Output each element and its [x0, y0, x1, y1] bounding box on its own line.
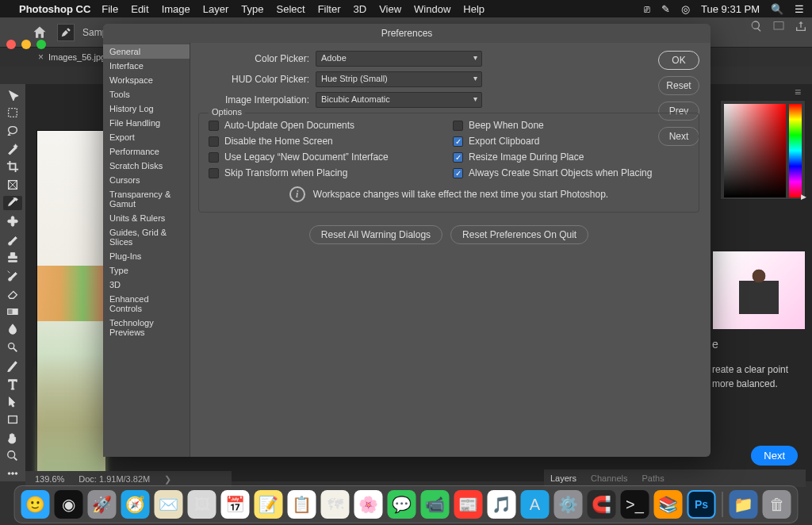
prefs-side-performance[interactable]: Performance [103, 144, 190, 159]
menu-3d[interactable]: 3D [354, 3, 367, 15]
dock-appstore[interactable]: A [521, 490, 550, 519]
hue-slider[interactable] [789, 104, 802, 197]
zoom-level[interactable]: 139.6% [35, 474, 64, 484]
doc-info[interactable]: Doc: 1.91M/3.82M [79, 474, 150, 484]
dock-books[interactable]: 📚 [654, 490, 683, 519]
check-smart-objs[interactable]: ✓Always Create Smart Objects when Placin… [453, 167, 689, 178]
menu-layer[interactable]: Layer [203, 3, 229, 15]
checkbox-icon[interactable] [209, 152, 219, 163]
dock-messages[interactable]: 💬 [388, 490, 416, 519]
checkbox-icon[interactable]: ✓ [453, 152, 463, 163]
dock-siri[interactable]: ◉ [55, 490, 83, 519]
tool-more[interactable] [3, 466, 22, 481]
checkbox-icon[interactable] [209, 121, 219, 131]
menu-image[interactable]: Image [162, 3, 190, 15]
menubar-clock[interactable]: Tue 9:31 PM [701, 3, 760, 15]
reset-warnings-button[interactable]: Reset All Warning Dialogs [309, 225, 442, 244]
tool-dodge[interactable] [3, 340, 22, 355]
prefs-side-technology-previews[interactable]: Technology Previews [103, 316, 190, 339]
image-interpolation-select[interactable]: Bicubic Automatic [316, 92, 482, 108]
check-skip-transform[interactable]: Skip Transform when Placing [209, 167, 445, 178]
tool-heal[interactable] [3, 213, 22, 228]
prefs-side-tools[interactable]: Tools [103, 87, 190, 102]
window-minimize-button[interactable] [21, 40, 31, 49]
menu-filter[interactable]: Filter [318, 3, 341, 15]
hud-color-picker-select[interactable]: Hue Strip (Small) [316, 71, 482, 87]
document-canvas[interactable] [36, 130, 106, 481]
check-beep[interactable]: Beep When Done [453, 120, 689, 131]
dock-music[interactable]: 🎵 [488, 490, 516, 519]
tab-channels[interactable]: Channels [591, 473, 627, 483]
tool-eraser[interactable] [3, 285, 22, 301]
dock-magnet[interactable]: 🧲 [588, 490, 616, 519]
dock-maps[interactable]: 🗺 [321, 490, 350, 519]
prefs-side-plug-ins[interactable]: Plug-Ins [103, 249, 190, 263]
dock-folder[interactable]: 📁 [730, 490, 758, 519]
dock-terminal[interactable]: >_ [621, 490, 649, 519]
check-export-clip[interactable]: ✓Export Clipboard [453, 136, 689, 147]
search-icon[interactable] [750, 20, 763, 33]
menu-file[interactable]: File [102, 3, 118, 15]
app-name[interactable]: Photoshop CC [19, 3, 90, 15]
dock-trash[interactable]: 🗑 [763, 490, 791, 519]
tool-gradient[interactable] [3, 304, 22, 319]
tab-paths[interactable]: Paths [642, 473, 665, 483]
tool-frame[interactable] [3, 178, 22, 193]
checkbox-icon[interactable]: ✓ [453, 136, 463, 147]
prefs-side-guides-grid-slices[interactable]: Guides, Grid & Slices [103, 225, 190, 249]
dock-launchpad[interactable]: 🚀 [88, 490, 117, 519]
tool-blur[interactable] [3, 322, 22, 337]
dock-photoshop-doc[interactable]: 🖼 [188, 490, 216, 519]
dock-mail[interactable]: ✉️ [155, 490, 183, 519]
dock-photos[interactable]: 🌸 [354, 490, 383, 519]
tool-hand[interactable] [3, 431, 22, 446]
dock-photoshop[interactable]: Ps [688, 490, 716, 519]
dock-news[interactable]: 📰 [454, 490, 483, 519]
prefs-side-export[interactable]: Export [103, 130, 190, 144]
airplay-icon[interactable]: ⎚ [644, 3, 650, 15]
color-panel[interactable]: ▶ [720, 100, 806, 200]
menu-edit[interactable]: Edit [131, 3, 148, 15]
color-field[interactable] [724, 104, 786, 197]
checkbox-icon[interactable] [453, 121, 463, 131]
tool-type[interactable] [3, 376, 22, 391]
dock-notes[interactable]: 📝 [255, 490, 283, 519]
check-auto-update[interactable]: Auto-Update Open Documents [209, 120, 445, 131]
menu-help[interactable]: Help [463, 3, 485, 15]
menu-type[interactable]: Type [241, 3, 263, 15]
dock-calendar[interactable]: 📅 [221, 490, 250, 519]
control-center-icon[interactable]: ☰ [795, 3, 804, 15]
tool-lasso[interactable] [3, 124, 22, 139]
home-icon[interactable] [32, 25, 48, 40]
dock-reminders[interactable]: 📋 [288, 490, 316, 519]
tool-move[interactable] [3, 87, 22, 102]
prefs-side-enhanced-controls[interactable]: Enhanced Controls [103, 292, 190, 316]
window-zoom-button[interactable] [36, 40, 46, 49]
tool-preset-icon[interactable] [57, 24, 75, 41]
menu-select[interactable]: Select [276, 3, 304, 15]
dock-settings[interactable]: ⚙️ [554, 490, 583, 519]
tool-zoom[interactable] [3, 448, 22, 463]
document-tab[interactable]: × Images_56.jpg [38, 52, 105, 63]
prefs-side-transparency-gamut[interactable]: Transparency & Gamut [103, 187, 190, 211]
tool-brush[interactable] [3, 232, 22, 247]
prefs-side-general[interactable]: General [103, 44, 190, 59]
status-flyout-icon[interactable]: ❯ [164, 474, 171, 485]
workspace-icon[interactable] [772, 20, 785, 33]
cc-status-icon[interactable]: ◎ [681, 3, 690, 15]
ok-button[interactable]: OK [658, 51, 699, 70]
tool-crop[interactable] [3, 159, 22, 174]
scribble-icon[interactable]: ✎ [661, 3, 670, 15]
reset-button[interactable]: Reset [658, 76, 699, 95]
spotlight-icon[interactable]: 🔍 [771, 3, 783, 15]
dock-facetime[interactable]: 📹 [421, 490, 450, 519]
tutorial-next-button[interactable]: Next [751, 446, 798, 466]
prefs-side-scratch-disks[interactable]: Scratch Disks [103, 159, 190, 173]
prefs-side-3d[interactable]: 3D [103, 278, 190, 292]
color-play-icon[interactable]: ▶ [801, 193, 806, 201]
share-icon[interactable] [795, 20, 807, 33]
tab-layers[interactable]: Layers [550, 473, 576, 483]
window-close-button[interactable] [6, 40, 16, 49]
reset-on-quit-button[interactable]: Reset Preferences On Quit [450, 225, 588, 244]
tool-path-select[interactable] [3, 394, 22, 409]
